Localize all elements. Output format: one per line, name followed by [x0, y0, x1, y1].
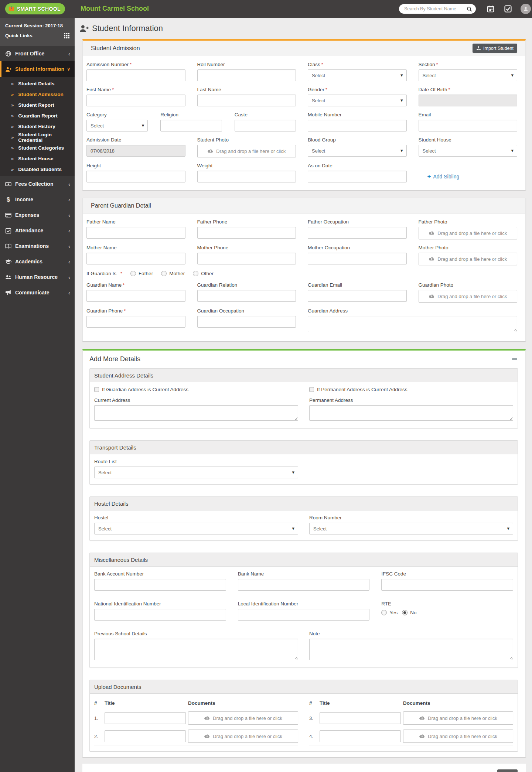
- email-input[interactable]: [419, 120, 518, 131]
- previous-school-details-textarea[interactable]: [94, 639, 298, 660]
- as-on-date-input[interactable]: [308, 171, 407, 182]
- class-select[interactable]: Select: [308, 69, 407, 81]
- radio-icon[interactable]: [130, 271, 136, 276]
- user-avatar[interactable]: [521, 4, 531, 14]
- guardian-mother-radio[interactable]: Mother: [161, 271, 185, 276]
- checkbox-icon[interactable]: [309, 387, 314, 392]
- permanent-address-textarea[interactable]: [309, 405, 513, 421]
- guardian-phone-input[interactable]: [86, 316, 185, 328]
- document-dropzone-4[interactable]: Drag and drop a file here or click: [403, 730, 513, 743]
- section-select[interactable]: Select: [419, 69, 518, 81]
- sidebar-item-student-categories[interactable]: »Student Categories: [0, 143, 75, 153]
- sidebar-item-academics[interactable]: Academics ‹: [0, 254, 75, 269]
- document-title-input-3[interactable]: [320, 712, 401, 724]
- admission-date-input[interactable]: [86, 145, 185, 157]
- guardian-email-input[interactable]: [308, 290, 407, 302]
- document-title-input-4[interactable]: [320, 730, 401, 742]
- height-input[interactable]: [86, 171, 185, 182]
- rte-no-radio[interactable]: No: [402, 610, 416, 615]
- sidebar-item-student-house[interactable]: »Student House: [0, 153, 75, 164]
- national-id-input[interactable]: [94, 609, 226, 621]
- save-button[interactable]: Save: [497, 769, 518, 772]
- bank-name-input[interactable]: [238, 579, 370, 591]
- checkbox-icon[interactable]: [94, 387, 99, 392]
- sidebar-item-student-login-credential[interactable]: »Student Login Credential: [0, 132, 75, 143]
- mother-phone-input[interactable]: [197, 253, 296, 264]
- bank-account-number-input[interactable]: [94, 579, 226, 591]
- ifsc-code-input[interactable]: [381, 579, 513, 591]
- sidebar-item-student-information[interactable]: Student Information ∨: [0, 61, 75, 77]
- first-name-input[interactable]: [86, 95, 185, 106]
- father-occupation-input[interactable]: [308, 227, 407, 239]
- radio-icon[interactable]: [193, 271, 198, 276]
- category-select[interactable]: Select: [86, 120, 148, 131]
- add-sibling-link[interactable]: + Add Sibling: [427, 173, 518, 180]
- guardian-relation-field: Guardian Relation: [197, 282, 296, 303]
- sidebar-item-front-office[interactable]: Front Office ‹: [0, 46, 75, 61]
- local-id-input[interactable]: [238, 609, 370, 621]
- quick-links-grid-icon[interactable]: [64, 33, 69, 38]
- import-student-button[interactable]: Import Student: [473, 44, 517, 53]
- sidebar-item-expenses[interactable]: Expenses ‹: [0, 207, 75, 223]
- sidebar-item-communicate[interactable]: Communicate ‹: [0, 285, 75, 300]
- note-textarea[interactable]: [309, 639, 513, 660]
- rte-yes-radio[interactable]: Yes: [381, 610, 398, 615]
- radio-selected-icon[interactable]: [402, 610, 407, 615]
- admission-number-input[interactable]: [86, 69, 185, 81]
- date-of-birth-input[interactable]: [419, 95, 518, 106]
- document-dropzone-2[interactable]: Drag and drop a file here or click: [188, 730, 298, 743]
- gender-select[interactable]: Select: [308, 95, 407, 106]
- search-icon[interactable]: [467, 6, 472, 12]
- sidebar-item-human-resource[interactable]: Human Resource ‹: [0, 269, 75, 285]
- guardian-father-radio[interactable]: Father: [130, 271, 153, 276]
- document-title-input-1[interactable]: [105, 712, 186, 724]
- guardian-name-input[interactable]: [86, 290, 185, 302]
- mother-name-input[interactable]: [86, 253, 185, 264]
- sidebar-item-student-admission[interactable]: »Student Admission: [0, 89, 75, 100]
- radio-icon[interactable]: [381, 610, 387, 615]
- student-house-select[interactable]: Select: [419, 145, 518, 157]
- collapse-minus-icon[interactable]: [512, 358, 517, 360]
- book-logo-icon: [8, 5, 15, 13]
- route-list-select[interactable]: Select: [94, 467, 298, 478]
- sidebar-item-attendance[interactable]: Attendance ‹: [0, 223, 75, 238]
- sidebar-item-fees-collection[interactable]: Fees Collection ‹: [0, 176, 75, 192]
- document-dropzone-1[interactable]: Drag and drop a file here or click: [188, 711, 298, 725]
- sidebar-item-income[interactable]: $ Income ‹: [0, 192, 75, 207]
- sidebar-item-student-history[interactable]: »Student History: [0, 121, 75, 132]
- sidebar-item-examinations[interactable]: Examinations ‹: [0, 238, 75, 254]
- guardian-relation-input[interactable]: [197, 290, 296, 302]
- father-photo-dropzone[interactable]: Drag and drop a file here or click: [419, 227, 518, 239]
- roll-number-input[interactable]: [197, 69, 296, 81]
- current-address-textarea[interactable]: [94, 405, 298, 421]
- mobile-number-input[interactable]: [308, 120, 407, 131]
- father-phone-input[interactable]: [197, 227, 296, 239]
- student-photo-dropzone[interactable]: Drag and drop a file here or click: [197, 145, 296, 157]
- tasks-check-icon[interactable]: [504, 5, 512, 13]
- sidebar-item-student-details[interactable]: »Student Details: [0, 78, 75, 89]
- radio-icon[interactable]: [161, 271, 167, 276]
- guardian-address-textarea[interactable]: [308, 316, 517, 332]
- mother-occupation-input[interactable]: [308, 253, 407, 264]
- sidebar-item-disabled-students[interactable]: »Disabled Students: [0, 164, 75, 175]
- room-number-select[interactable]: Select: [309, 523, 513, 534]
- calendar-icon[interactable]: [487, 5, 494, 13]
- last-name-input[interactable]: [197, 95, 296, 106]
- guardian-other-radio[interactable]: Other: [193, 271, 214, 276]
- guardian-photo-dropzone[interactable]: Drag and drop a file here or click: [419, 290, 518, 303]
- document-title-input-2[interactable]: [105, 730, 186, 742]
- human-resource-icon: [5, 274, 11, 280]
- weight-input[interactable]: [197, 171, 296, 182]
- document-dropzone-3[interactable]: Drag and drop a file here or click: [403, 711, 513, 725]
- mother-photo-dropzone[interactable]: Drag and drop a file here or click: [419, 253, 518, 265]
- search-input[interactable]: [404, 6, 467, 11]
- caste-input[interactable]: [235, 120, 296, 131]
- religion-input[interactable]: [160, 120, 222, 131]
- app-logo[interactable]: SMART SCHOOL: [5, 3, 65, 14]
- father-name-input[interactable]: [86, 227, 185, 239]
- sidebar-item-guardian-report[interactable]: »Guardian Report: [0, 110, 75, 121]
- sidebar-item-student-report[interactable]: »Student Report: [0, 100, 75, 110]
- hostel-select[interactable]: Select: [94, 523, 298, 534]
- guardian-occupation-input[interactable]: [197, 316, 296, 328]
- blood-group-select[interactable]: Select: [308, 145, 407, 157]
